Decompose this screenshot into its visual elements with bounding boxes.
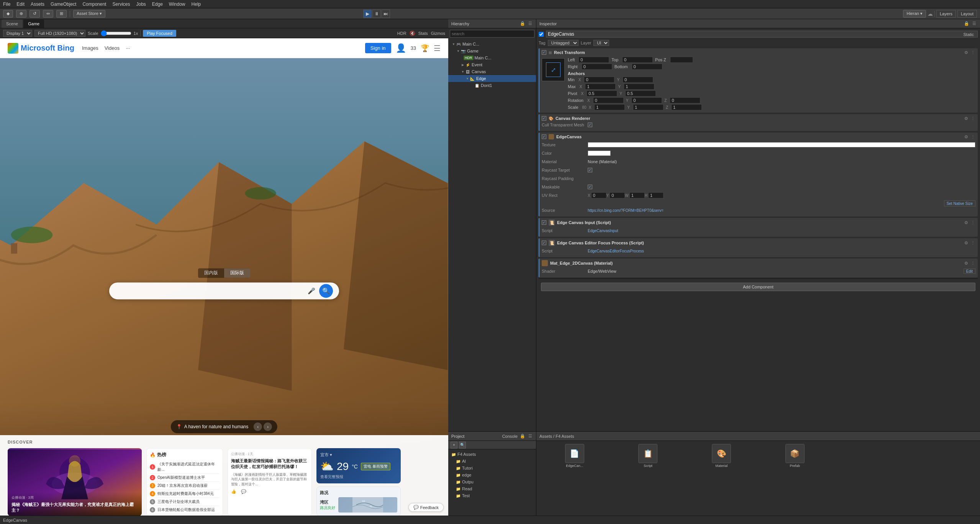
pivot-x-field[interactable] [587,90,617,97]
play-button[interactable]: ▶ [363,10,372,18]
mat-settings-icon[interactable]: ⚙ [964,260,969,266]
canvas-renderer-checkbox[interactable]: ✓ [542,116,546,121]
edge-focus-overflow-icon[interactable]: ⋮ [970,240,975,246]
rot-x-field[interactable] [593,97,624,103]
hierarchy-item-mainc[interactable]: ▼ 🎮 Main C... [448,41,536,47]
project-search-btn[interactable]: 🔍 [459,442,466,449]
transform-custom-btn[interactable]: ⊞ [56,10,67,18]
object-active-checkbox[interactable] [539,32,544,37]
asset-store-btn[interactable]: Asset Store ▾ [73,10,105,18]
project-lock-icon[interactable]: 🔒 [520,434,525,439]
folder-f4assets[interactable]: 📁 F4 Assets [450,451,534,458]
max-x-field[interactable] [585,84,616,90]
set-native-size-btn[interactable]: Set Native Size [944,200,975,206]
edge-focus-checkbox[interactable]: ✓ [542,241,546,245]
asset-prefab[interactable]: 📦 Prefab [760,444,830,468]
hot-item-5[interactable]: 5 三星电子计划全球大裁员 [150,498,220,506]
top-field[interactable] [622,57,653,63]
pivot-y-field[interactable] [625,90,656,97]
location-next-btn[interactable]: › [264,422,272,431]
posz-field[interactable] [670,57,693,63]
left-field[interactable] [578,57,609,63]
menu-services[interactable]: Services [112,2,130,7]
weather-city[interactable]: 宜市 ▾ [320,452,332,458]
scale-z-field[interactable] [671,104,702,110]
uv-y-field[interactable] [610,192,625,198]
folder-read[interactable]: 📁 Read [450,485,534,492]
max-y-field[interactable] [624,84,654,90]
texture-field[interactable] [588,142,975,147]
nav-videos[interactable]: Videos [105,45,120,51]
rect-overflow-icon[interactable]: ⋮ [970,50,975,55]
menu-edge[interactable]: Edge [152,2,163,7]
signin-btn[interactable]: Sign in [365,43,391,53]
cull-transparent-checkbox[interactable]: ✓ [588,123,592,127]
edge-canvas-settings-icon[interactable]: ⚙ [964,134,969,139]
menu-edit[interactable]: Edit [16,2,25,7]
edge-input-overflow-icon[interactable]: ⋮ [970,220,975,225]
stats-label[interactable]: Stats [418,31,428,36]
rect-settings-icon[interactable]: ⚙ [964,50,969,55]
search-input[interactable] [115,287,304,294]
search-submit-btn[interactable]: 🔍 [319,284,333,298]
edit-shader-btn[interactable]: Edit [964,269,975,274]
asset-material[interactable]: 🎨 Material [686,444,757,468]
menu-component[interactable]: Component [82,2,106,7]
cloud-icon[interactable]: ☁ [928,11,933,17]
rot-y-field[interactable] [631,97,662,103]
hot-item-2[interactable]: 2 OpenAI新模型道追博士水平 [150,474,220,482]
asset-edgecanvas[interactable]: 📄 EdgeCan... [539,444,610,468]
hierarchy-item-dont[interactable]: 📋 Dont1 [448,82,536,89]
gizmos-label[interactable]: Gizmos [431,31,445,36]
menu-assets[interactable]: Assets [31,2,44,7]
hierarchy-item-edge[interactable]: ▼ 📐 Edge [448,75,536,82]
edge-focus-settings-icon[interactable]: ⚙ [964,240,969,246]
nav-images[interactable]: Images [82,45,98,51]
scale-slider[interactable] [101,31,131,36]
inspector-menu-icon[interactable]: ☰ [972,21,977,26]
transform-rotate-btn[interactable]: ⊕ [16,10,26,18]
hierarchy-item-canvas[interactable]: ▼ 🖼 Canvas [448,68,536,75]
transform-scale-btn[interactable]: ↺ [29,10,40,18]
account-btn[interactable]: Hieran ▾ [903,10,926,18]
console-tab[interactable]: Console [502,434,518,439]
project-add-btn[interactable]: + [451,442,457,449]
news-comment-icon[interactable]: 💬 [241,489,246,494]
layer-select[interactable]: UI [593,40,609,46]
rect-enable-checkbox[interactable]: ✓ [542,50,546,55]
location-prev-btn[interactable]: ‹ [254,422,262,431]
edge-input-script-ref[interactable]: EdgeCanvasInput [588,229,618,233]
hot-item-3[interactable]: 3 20箱！京东再次宣布启动涨薪 [150,482,220,490]
min-x-field[interactable] [584,77,615,83]
layout-btn[interactable]: Layout [957,10,977,18]
folder-al[interactable]: 📁 Al [450,458,534,465]
folder-edge[interactable]: 📁 edge [450,472,534,478]
anchor-diagram[interactable]: ⤢ [542,58,565,81]
transform-rect-btn[interactable]: ⇔ [43,10,53,18]
hot-item-4[interactable]: 4 特斯拉充超时费最高每小时384元 [150,490,220,498]
folder-outpu[interactable]: 📁 Outpu [450,478,534,485]
hierarchy-item-game[interactable]: ▼ 📷 Game [448,47,536,54]
hot-item-6[interactable]: 6 日本货物轮船公司数据造假全部运 [150,506,220,514]
canvas-renderer-settings-icon[interactable]: ⚙ [964,116,969,121]
menu-jobs[interactable]: Jobs [136,2,146,7]
edge-focus-script-ref[interactable]: EdgeCanvasEditorFocusProcess [588,249,644,253]
menu-file[interactable]: File [3,2,10,7]
canvas-renderer-overflow-icon[interactable]: ⋮ [970,116,975,121]
weather-forecast-link[interactable]: 查看完整预报 [320,474,397,480]
hierarchy-item-event[interactable]: ▶ ⚡ Event [448,61,536,68]
hierarchy-lock-icon[interactable]: 🔒 [520,21,525,26]
scale-y-field[interactable] [633,104,664,110]
hot-item-1[interactable]: 1 《关于实施渐进式延迟法定退休年龄... [150,460,220,474]
main-discover-card[interactable]: 众播动漫 · 3周 揭秘《海贼王》最强十大无果实能力者，究竟谁才是真正的海上霸主… [8,448,142,516]
scene-tab[interactable]: Scene [2,20,23,28]
inspector-lock-icon[interactable]: 🔒 [964,21,969,26]
edge-input-settings-icon[interactable]: ⚙ [964,220,969,225]
transform-move-btn[interactable]: ◆ [3,10,13,18]
color-preview[interactable] [588,151,611,156]
folder-test[interactable]: 📁 Test [450,492,534,499]
play-focused-btn[interactable]: Play Focused [143,30,176,37]
display-select[interactable]: Display 1 [3,30,32,37]
rot-z-field[interactable] [670,97,700,103]
news-thumbup-icon[interactable]: 👍 [231,489,236,494]
